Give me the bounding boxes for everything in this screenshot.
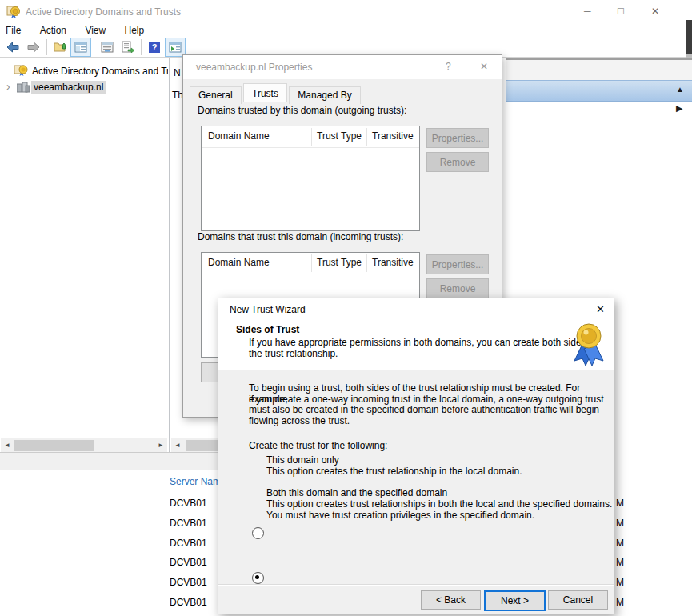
forward-icon[interactable] xyxy=(23,38,44,57)
app-icon xyxy=(6,5,21,22)
back-icon[interactable] xyxy=(2,38,23,57)
help-icon[interactable]: ? xyxy=(144,38,165,57)
properties-window-icon[interactable] xyxy=(97,38,118,57)
svg-text:?: ? xyxy=(152,42,158,52)
dialog-help-icon[interactable]: ? xyxy=(446,61,451,72)
wizard-heading-desc-line: the trust relationship. xyxy=(249,349,338,360)
wizard-prompt: Create the trust for the following: xyxy=(249,441,387,452)
console-tree-toggle-icon[interactable] xyxy=(70,38,91,57)
column-divider[interactable] xyxy=(311,254,312,272)
tab-strip: General Trusts Managed By xyxy=(190,85,495,102)
menu-view[interactable]: View xyxy=(77,22,114,38)
time-fragment: M xyxy=(616,597,624,608)
time-fragment: M xyxy=(616,518,624,529)
new-trust-wizard: New Trust Wizard ✕ Sides of Trust If you… xyxy=(218,298,614,614)
console-tree-pane: Active Directory Domains and Trust: › ve… xyxy=(0,58,170,452)
table-row[interactable]: DCVB01 xyxy=(170,498,207,509)
wizard-body-line: flowing across the trust. xyxy=(249,416,350,427)
properties-dialog-title: veeambackup.nl Properties xyxy=(196,62,312,73)
radio-this-domain-only[interactable] xyxy=(252,527,264,539)
tree-root-item[interactable]: Active Directory Domains and Trust: xyxy=(0,64,168,79)
column-trust-type[interactable]: Trust Type xyxy=(317,130,362,142)
tab-general[interactable]: General xyxy=(190,86,242,104)
properties-dialog-titlebar: veeambackup.nl Properties ? ✕ xyxy=(183,55,502,79)
close-button[interactable]: ✕ xyxy=(651,6,659,17)
wizard-heading: Sides of Trust xyxy=(236,324,299,335)
incoming-trusts-label: Domains that trust this domain (incoming… xyxy=(198,231,403,242)
menu-bar: File Action View Help xyxy=(0,22,692,37)
back-button[interactable]: < Back xyxy=(421,590,481,610)
minimize-button[interactable]: ─ xyxy=(584,6,591,17)
background-window-edge xyxy=(686,20,692,54)
table-row[interactable]: DCVB01 xyxy=(170,597,207,608)
toolbar-separator xyxy=(141,39,142,55)
scroll-right-icon[interactable]: ► xyxy=(154,439,167,452)
column-domain-name[interactable]: Domain Name xyxy=(208,130,270,142)
time-fragment: M xyxy=(616,557,624,568)
table-row[interactable]: DCVB01 xyxy=(170,518,207,529)
radio-both-domains-desc: This option creates trust relationships … xyxy=(266,499,612,510)
table-row[interactable]: DCVB01 xyxy=(170,538,207,549)
toolbar-separator xyxy=(94,39,94,55)
tree-root-label: Active Directory Domains and Trust: xyxy=(32,66,168,77)
time-fragment: M xyxy=(616,577,624,588)
screen: Active Directory Domains and Trusts ─ □ … xyxy=(0,0,692,616)
dialog-close-icon[interactable]: ✕ xyxy=(480,61,488,72)
incoming-properties-button[interactable]: Properties... xyxy=(426,254,489,274)
header-underline xyxy=(202,274,419,274)
expander-icon[interactable]: › xyxy=(6,80,10,93)
outgoing-trusts-list[interactable]: Domain Name Trust Type Transitive xyxy=(201,126,420,231)
tab-managed-by[interactable]: Managed By xyxy=(289,86,360,104)
background-selected-bar[interactable]: ▲ xyxy=(506,80,692,102)
radio-both-domains[interactable] xyxy=(252,572,264,584)
time-fragment: M xyxy=(616,498,624,509)
next-button[interactable]: Next > xyxy=(484,590,546,611)
scroll-left-icon[interactable]: ◄ xyxy=(1,439,14,452)
tree-horizontal-scrollbar[interactable]: ◄ ► xyxy=(1,438,167,452)
incoming-remove-button[interactable]: Remove xyxy=(426,278,489,298)
scrollbar-thumb[interactable] xyxy=(14,440,94,451)
column-transitive[interactable]: Transitive xyxy=(372,130,414,142)
table-row[interactable]: DCVB01 xyxy=(170,557,207,568)
menu-file[interactable]: File xyxy=(0,22,29,38)
scroll-left-icon[interactable]: ◄ xyxy=(171,439,184,452)
outgoing-remove-button[interactable]: Remove xyxy=(426,152,489,172)
tree-domain-label[interactable]: veeambackup.nl xyxy=(31,81,106,94)
radio-both-domains-label[interactable]: Both this domain and the specified domai… xyxy=(266,488,447,499)
wizard-title: New Trust Wizard xyxy=(230,304,306,315)
results-header-fragment: N xyxy=(174,67,181,78)
maximize-button[interactable]: □ xyxy=(618,5,624,17)
domain-icon xyxy=(17,82,30,95)
menu-help[interactable]: Help xyxy=(117,22,153,38)
toolbar-separator xyxy=(46,39,47,55)
radio-this-domain-only-desc: This option creates the trust relationsh… xyxy=(266,466,522,478)
menu-action[interactable]: Action xyxy=(32,22,74,38)
tab-trusts[interactable]: Trusts xyxy=(243,83,287,102)
expand-right-icon[interactable]: ▶ xyxy=(676,103,682,114)
export-list-icon[interactable] xyxy=(118,38,138,57)
outgoing-trusts-label: Domains trusted by this domain (outgoing… xyxy=(198,105,406,116)
wizard-medal-icon xyxy=(572,322,606,370)
wizard-close-icon[interactable]: ✕ xyxy=(596,303,605,315)
column-divider[interactable] xyxy=(366,128,367,146)
column-transitive[interactable]: Transitive xyxy=(372,257,414,268)
tree-domain-item[interactable]: › veeambackup.nl xyxy=(0,80,168,95)
column-trust-type[interactable]: Trust Type xyxy=(317,257,362,268)
column-divider[interactable] xyxy=(311,128,312,146)
time-fragment: M xyxy=(616,538,624,549)
window-title: Active Directory Domains and Trusts xyxy=(26,6,181,18)
radio-this-domain-only-label[interactable]: This domain only xyxy=(266,455,339,466)
background-header-band xyxy=(506,58,692,82)
radio-both-domains-desc: You must have trust creation privileges … xyxy=(266,510,534,522)
column-domain-name[interactable]: Domain Name xyxy=(208,257,270,268)
cancel-button[interactable]: Cancel xyxy=(548,590,608,610)
collapse-up-icon[interactable]: ▲ xyxy=(676,85,684,94)
up-folder-icon[interactable] xyxy=(50,38,70,57)
wizard-body-line: if you create a one-way incoming trust i… xyxy=(249,394,604,406)
column-divider[interactable] xyxy=(366,254,367,272)
wizard-footer-separator xyxy=(218,584,614,586)
divider xyxy=(146,470,146,616)
table-row[interactable]: DCVB01 xyxy=(170,577,207,588)
outgoing-properties-button[interactable]: Properties... xyxy=(426,128,489,148)
new-window-icon[interactable] xyxy=(165,38,186,57)
